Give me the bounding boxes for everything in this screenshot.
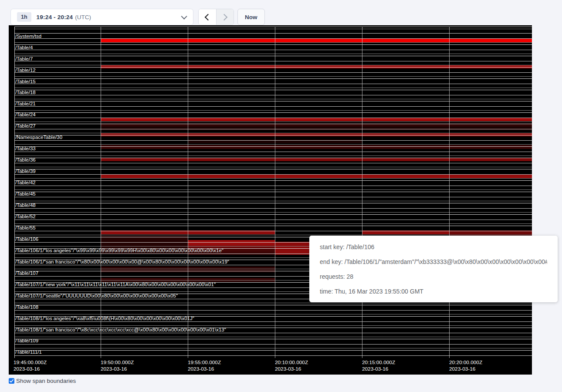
grid-hline xyxy=(14,38,532,39)
grid-vline xyxy=(188,27,188,358)
heat-band xyxy=(101,158,532,161)
grid-hline xyxy=(14,163,532,163)
axis-time: 19:55:00.000Z xyxy=(188,359,221,366)
grid-hline xyxy=(14,235,532,235)
grid-hline xyxy=(14,61,532,61)
time-nav-group xyxy=(198,9,234,25)
next-button[interactable] xyxy=(216,9,234,25)
grid-hline xyxy=(14,203,532,203)
row-label: /Table/106/1/"san francisco"/"\x80\x00\x… xyxy=(15,259,229,264)
row-label: /Table/24 xyxy=(15,112,36,117)
preset-badge: 1h xyxy=(17,12,31,22)
row-label: /Table/108/1/"los angeles"/"\xa8\xf5\u00… xyxy=(15,316,194,321)
grid-hline xyxy=(14,310,532,311)
axis-date: 2023-03-16 xyxy=(449,366,482,372)
grid-hline xyxy=(14,348,532,348)
axis-label: 19:50:00.000Z2023-03-16 xyxy=(101,359,134,372)
grid-hline xyxy=(14,88,532,88)
grid-hline xyxy=(14,56,532,56)
grid-hline xyxy=(14,223,532,224)
row-label: /Table/42 xyxy=(15,180,36,185)
grid-hline xyxy=(14,189,532,190)
grid-hline xyxy=(14,54,532,54)
row-label: /Table/106/1/"los angeles"/"\x99\x99\x99… xyxy=(15,248,223,253)
grid-hline xyxy=(14,84,532,84)
row-label: /Table/39 xyxy=(15,169,36,174)
grid-hline xyxy=(14,78,532,79)
grid-hline xyxy=(14,186,532,186)
row-label: /Table/55 xyxy=(15,225,36,230)
grid-hline xyxy=(14,339,532,339)
row-label: /Table/109 xyxy=(15,338,38,343)
grid-hline xyxy=(14,90,532,90)
axis-date: 2023-03-16 xyxy=(188,366,221,372)
grid-hline xyxy=(14,337,532,337)
grid-vline xyxy=(14,27,15,358)
row-label: /Table/108 xyxy=(15,304,38,310)
grid-hline xyxy=(14,44,532,45)
axis-date: 2023-03-16 xyxy=(275,366,308,372)
tooltip-end-key: end key: /Table/106/1/"amsterdam"/"\xb33… xyxy=(320,254,547,269)
hover-tooltip: start key: /Table/106 end key: /Table/10… xyxy=(309,236,558,302)
heat-band xyxy=(101,118,532,121)
grid-hline xyxy=(14,155,532,156)
prev-button[interactable] xyxy=(199,9,216,25)
row-label: /Table/107/1/"seattle"/"UUUUUUD\x00\x80\… xyxy=(15,293,178,298)
grid-hline xyxy=(14,67,532,68)
row-label: /Table/107 xyxy=(15,270,38,276)
heat-band xyxy=(101,175,532,178)
grid-hline xyxy=(14,140,532,141)
grid-hline xyxy=(14,27,532,27)
grid-hline xyxy=(14,344,532,345)
grid-hline xyxy=(14,169,532,169)
row-label: /Table/18 xyxy=(15,90,36,95)
grid-hline xyxy=(14,197,532,197)
axis-time: 19:45:00.000Z xyxy=(14,359,47,366)
grid-hline xyxy=(14,231,532,231)
heat-band xyxy=(101,133,532,136)
grid-hline xyxy=(14,76,532,77)
grid-vline xyxy=(362,27,362,358)
grid-hline xyxy=(14,305,532,305)
row-label: /Table/7 xyxy=(15,56,33,61)
grid-hline xyxy=(14,180,532,181)
grid-hline xyxy=(14,144,532,145)
row-label: /Table/21 xyxy=(15,101,36,106)
grid-hline xyxy=(14,122,532,122)
grid-hline xyxy=(14,112,532,113)
row-label: /Table/108/1/"san francisco"/"\x8c\xcc\x… xyxy=(15,327,226,332)
row-label: /Table/48 xyxy=(15,203,36,208)
axis-date: 2023-03-16 xyxy=(14,366,47,372)
axis-time: 20:10:00.000Z xyxy=(275,359,308,366)
time-range-selector[interactable]: 1h 19:24 - 20:24 (UTC) xyxy=(10,9,193,25)
row-label: /Table/12 xyxy=(15,68,36,73)
row-label: /Table/111/1 xyxy=(15,349,42,355)
grid-hline xyxy=(14,226,532,226)
axis-label: 20:10:00.000Z2023-03-16 xyxy=(275,359,308,372)
grid-vline xyxy=(101,27,101,358)
grid-hline xyxy=(14,208,532,209)
grid-hline xyxy=(14,118,532,118)
grid-hline xyxy=(14,325,532,326)
row-label: /Table/36 xyxy=(15,157,36,162)
row-label: /NamespaceTable/30 xyxy=(15,135,62,140)
tooltip-time: time: Thu, 16 Mar 2023 19:55:00 GMT xyxy=(320,284,547,299)
now-button[interactable]: Now xyxy=(237,9,265,25)
grid-hline xyxy=(14,101,532,101)
grid-hline xyxy=(14,135,532,135)
grid-hline xyxy=(14,167,532,167)
grid-vline xyxy=(449,27,450,358)
grid-hline xyxy=(14,201,532,201)
grid-hline xyxy=(14,220,532,220)
grid-hline xyxy=(14,333,532,333)
grid-hline xyxy=(14,174,532,175)
grid-hline xyxy=(14,106,532,107)
checkbox-checked-icon[interactable] xyxy=(9,378,14,384)
heatmap-canvas[interactable]: /System/tsd/Table/4/Table/7/Table/12/Tab… xyxy=(9,25,532,375)
show-span-boundaries-control[interactable]: Show span boundaries xyxy=(9,378,76,384)
axis-label: 20:15:00.000Z2023-03-16 xyxy=(362,359,395,372)
axis-time: 20:15:00.000Z xyxy=(362,359,395,366)
row-label: /Table/27 xyxy=(15,123,36,128)
row-label: /Table/15 xyxy=(15,79,36,84)
grid-hline xyxy=(14,355,532,356)
